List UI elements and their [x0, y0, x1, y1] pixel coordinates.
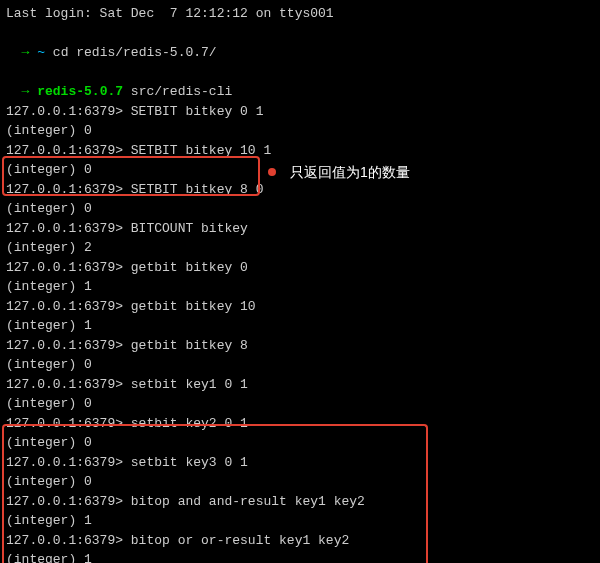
terminal-line: (integer) 0: [6, 121, 594, 141]
login-line: Last login: Sat Dec 7 12:12:12 on ttys00…: [6, 4, 594, 24]
terminal-line: (integer) 1: [6, 550, 594, 563]
terminal-line: 127.0.0.1:6379> bitop and and-result key…: [6, 492, 594, 512]
terminal-line: (integer) 0: [6, 355, 594, 375]
terminal-line: (integer) 0: [6, 199, 594, 219]
terminal-line: 127.0.0.1:6379> getbit bitkey 0: [6, 258, 594, 278]
shell-prompt-line-1[interactable]: → ~ cd redis/redis-5.0.7/: [6, 24, 594, 63]
terminal-line: 127.0.0.1:6379> SETBIT bitkey 0 1: [6, 102, 594, 122]
terminal-line: 127.0.0.1:6379> getbit bitkey 10: [6, 297, 594, 317]
shell-command-redis-cli: src/redis-cli: [131, 84, 232, 99]
annotation-text: 只返回值为1的数量: [290, 162, 410, 183]
prompt-arrow-icon: →: [22, 45, 38, 60]
terminal-line: 127.0.0.1:6379> bitop or or-result key1 …: [6, 531, 594, 551]
terminal-line: 127.0.0.1:6379> getbit bitkey 8: [6, 336, 594, 356]
terminal-line: (integer) 1: [6, 277, 594, 297]
terminal-line: (integer) 1: [6, 316, 594, 336]
terminal-line: 127.0.0.1:6379> BITCOUNT bitkey: [6, 219, 594, 239]
prompt-arrow-icon: →: [22, 84, 38, 99]
terminal-line: 127.0.0.1:6379> setbit key1 0 1: [6, 375, 594, 395]
shell-command-cd: cd redis/redis-5.0.7/: [53, 45, 217, 60]
prompt-tilde: ~: [37, 45, 53, 60]
terminal-line: (integer) 0: [6, 472, 594, 492]
terminal-line: (integer) 2: [6, 238, 594, 258]
prompt-dir: redis-5.0.7: [37, 84, 131, 99]
terminal-line: (integer) 0: [6, 433, 594, 453]
terminal-line: (integer) 1: [6, 511, 594, 531]
terminal-line: 127.0.0.1:6379> setbit key2 0 1: [6, 414, 594, 434]
annotation-dot-icon: [268, 168, 276, 176]
terminal-line: (integer) 0: [6, 394, 594, 414]
shell-prompt-line-2[interactable]: → redis-5.0.7 src/redis-cli: [6, 63, 594, 102]
terminal-line: 127.0.0.1:6379> SETBIT bitkey 10 1: [6, 141, 594, 161]
terminal-line: 127.0.0.1:6379> setbit key3 0 1: [6, 453, 594, 473]
